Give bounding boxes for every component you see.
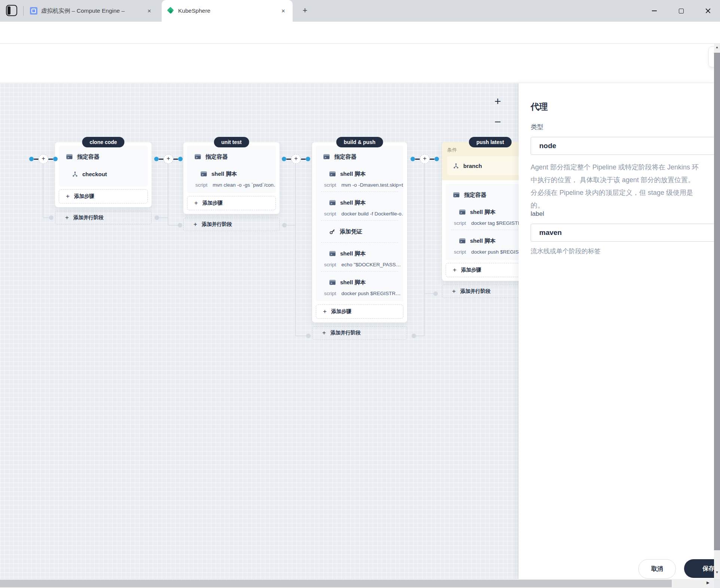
plus-icon: +: [193, 221, 197, 228]
scroll-up-icon[interactable]: ▲: [714, 45, 720, 49]
close-tab-icon[interactable]: ✕: [279, 7, 287, 15]
agent-description-line: 的。: [531, 199, 720, 212]
browser-toolbar: 不安全 34.92.90.181:3... aあ +✓折7A文{}S 登录 ⋯: [0, 22, 720, 44]
stage-name-pill: build & push: [336, 137, 383, 147]
cancel-button[interactable]: 取消: [638, 559, 676, 579]
plus-icon: +: [194, 199, 198, 207]
kubesphere-favicon: [167, 7, 174, 15]
pipeline-stage: unit test>_指定容器>_shell 脚本scriptmvn clean…: [183, 142, 280, 231]
branch-icon: [72, 171, 78, 177]
add-stage-button[interactable]: +: [39, 154, 48, 164]
window-close-button[interactable]: [697, 0, 719, 22]
tab-title: KubeSphere: [178, 7, 275, 14]
svg-text:>_: >_: [324, 156, 328, 159]
add-parallel-stage-button[interactable]: +添加并行阶段: [312, 326, 407, 340]
step-divider: [321, 220, 398, 221]
stage-card[interactable]: unit test>_指定容器>_shell 脚本scriptmvn clean…: [183, 142, 280, 214]
stage-card[interactable]: clone code>_指定容器checkout+添加步骤: [55, 142, 152, 207]
connector-stub: [159, 159, 164, 160]
add-step-button[interactable]: +添加步骤: [187, 196, 276, 210]
panel-title: 代理: [531, 101, 548, 113]
agent-description-line: Agent 部分指定整个 Pipeline 或特定阶段将在 Jenkins 环: [531, 161, 720, 174]
vertical-scrollbar-thumb[interactable]: [714, 53, 720, 550]
browser-tab-kubesphere[interactable]: KubeSphere ✕: [162, 0, 293, 22]
scroll-down-icon[interactable]: ▼: [714, 570, 720, 574]
agent-type-input[interactable]: node: [531, 137, 720, 155]
connector-stub: [430, 159, 434, 160]
zoom-out-button[interactable]: −: [491, 116, 504, 129]
stage-connector: +: [29, 154, 58, 164]
add-stage-button[interactable]: +: [420, 154, 430, 164]
horizontal-scrollbar-thumb[interactable]: [0, 580, 672, 587]
add-stage-button[interactable]: +: [164, 154, 173, 164]
step-script: scriptdocker push $REGISTR…: [316, 289, 403, 298]
browser-tab-compute-engine[interactable]: 虚拟机实例 – Compute Engine – ✕: [26, 0, 157, 22]
svg-text:>_: >_: [330, 202, 334, 205]
application-window: 虚拟机实例 – Compute Engine – ✕ KubeSphere ✕ …: [0, 0, 720, 588]
svg-text:>_: >_: [202, 173, 205, 177]
step-divider: [321, 271, 398, 272]
svg-text:>_: >_: [330, 282, 334, 285]
stage-port-dot: [306, 157, 310, 161]
terminal-icon: >_: [329, 280, 336, 285]
connector-stub: [301, 159, 306, 160]
step-script: scriptmvn -o -Dmaven.test.skip=t…: [316, 180, 403, 189]
plus-icon: +: [452, 288, 456, 295]
step-row-container[interactable]: >_指定容器: [187, 148, 276, 165]
agent-panel: 代理 类型 node Agent 部分指定整个 Pipeline 或特定阶段将在…: [519, 83, 720, 579]
add-parallel-stage-button[interactable]: +添加并行阶段: [55, 211, 152, 224]
svg-text:>_: >_: [454, 194, 458, 197]
stage-connector: +: [411, 154, 439, 164]
add-parallel-stage-button[interactable]: +添加并行阶段: [183, 218, 280, 231]
parallel-link-dot: [155, 215, 159, 220]
connector-stub: [173, 159, 178, 160]
stage-connector: +: [154, 154, 183, 164]
svg-text:>_: >_: [460, 211, 464, 215]
add-stage-button[interactable]: +: [291, 154, 301, 164]
parallel-link-dot: [306, 334, 311, 338]
stage-port-dot: [178, 157, 183, 161]
stage-card[interactable]: build & push>_指定容器>_shell 脚本scriptmvn -o…: [312, 142, 407, 322]
step-row-checkout[interactable]: checkout: [59, 165, 148, 183]
step-row-credential[interactable]: 添加凭证: [316, 223, 403, 240]
steps-panel: >_指定容器>_shell 脚本scriptmvn -o -Dmaven.tes…: [316, 146, 403, 301]
compute-engine-favicon: [30, 7, 37, 15]
connector-stub: [48, 159, 53, 160]
close-tab-icon[interactable]: ✕: [145, 7, 153, 15]
agent-description-line: 分必须在 Pipeline 块内的顶层定义，但 stage 级使用是: [531, 186, 720, 199]
plus-icon: +: [453, 266, 457, 274]
zoom-in-button[interactable]: +: [491, 95, 504, 108]
connector-line: [295, 164, 296, 336]
terminal-icon: >_: [201, 171, 207, 177]
steps-panel: >_指定容器checkout: [59, 146, 148, 186]
workspaces-icon[interactable]: [6, 5, 17, 16]
vertical-scrollbar[interactable]: ▲ ▼: [714, 44, 720, 579]
step-row-container[interactable]: >_指定容器: [59, 148, 148, 165]
pipeline-stage: build & push>_指定容器>_shell 脚本scriptmvn -o…: [312, 142, 407, 340]
connector-line: [168, 164, 168, 225]
agent-label-input[interactable]: maven: [531, 224, 720, 242]
terminal-icon: >_: [453, 192, 460, 197]
parallel-link-dot: [433, 291, 438, 296]
steps-panel: >_指定容器>_shell 脚本scriptmvn clean -o -gs `…: [187, 146, 276, 193]
parallel-link-dot: [282, 223, 287, 227]
tab-title: 虚拟机实例 – Compute Engine –: [41, 7, 141, 15]
browser-tab-bar: 虚拟机实例 – Compute Engine – ✕ KubeSphere ✕ …: [0, 0, 720, 22]
minimize-button[interactable]: [643, 0, 665, 22]
step-script: scriptecho "$DOCKER_PASS…: [316, 260, 403, 269]
terminal-icon: >_: [323, 154, 330, 159]
add-step-button[interactable]: +添加步骤: [59, 189, 148, 203]
add-step-button[interactable]: +添加步骤: [316, 304, 403, 319]
terminal-icon: >_: [329, 171, 336, 177]
step-divider: [321, 192, 398, 192]
condition-value: branch: [463, 163, 482, 169]
maximize-button[interactable]: [670, 0, 692, 22]
stage-name-pill: clone code: [82, 137, 124, 147]
step-row-container[interactable]: >_指定容器: [316, 148, 403, 165]
step-divider: [321, 242, 398, 243]
horizontal-scrollbar[interactable]: ▶: [0, 579, 714, 588]
new-tab-button[interactable]: +: [299, 5, 311, 16]
terminal-icon: >_: [459, 209, 466, 215]
scroll-right-icon[interactable]: ▶: [707, 581, 710, 585]
tabbar-divider: [23, 6, 24, 16]
